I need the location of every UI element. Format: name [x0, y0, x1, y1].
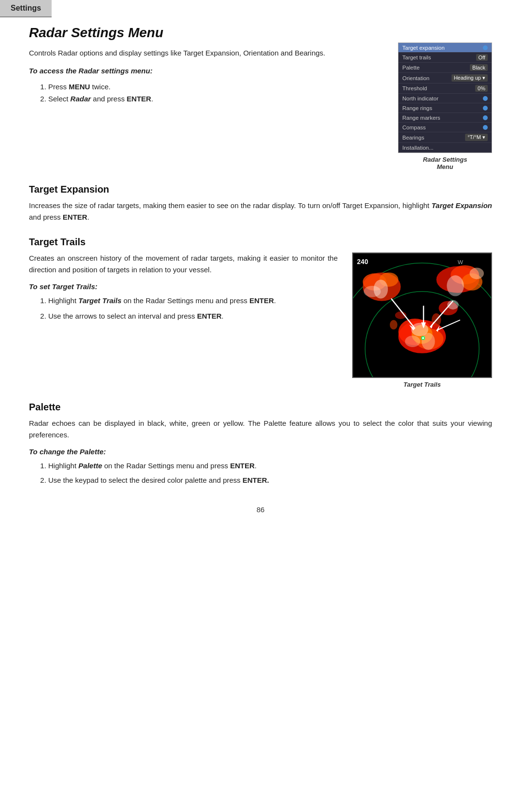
enter-bold-tt2: ENTER [197, 312, 221, 320]
svg-point-12 [469, 268, 484, 280]
menu-row-threshold: Threshold 0% [398, 84, 492, 94]
enter-bold: ENTER [127, 95, 151, 103]
intro-section: Controls Radar options and display setti… [29, 47, 492, 170]
svg-text:W: W [458, 259, 464, 266]
menu-row-target-expansion: Target expansion [398, 43, 492, 53]
radar-menu-screenshot: Target expansion Target trails Off Palet… [398, 42, 492, 170]
menu-row-target-trails: Target trails Off [398, 53, 492, 63]
access-step-2: Select Radar and press ENTER. [48, 93, 384, 105]
menu-row-installation: Installation... [398, 143, 492, 153]
radar-svg: 240 W [353, 253, 491, 377]
svg-point-7 [364, 286, 381, 297]
menu-row-bearings: Bearings °T/°M ▾ [398, 132, 492, 143]
radar-menu-image: Target expansion Target trails Off Palet… [398, 42, 492, 153]
radar-image-caption: Target Trails [352, 381, 492, 388]
radar-image: 240 W [352, 252, 492, 378]
menu-row-north: North indicator [398, 94, 492, 103]
radar-menu-caption: Radar Settings Menu [398, 156, 492, 170]
access-heading: To access the Radar settings menu: [29, 66, 384, 77]
menu-dot-range-markers [483, 115, 488, 120]
trails-steps-list: Highlight Target Trails on the Radar Set… [48, 294, 338, 322]
change-palette-heading: To change the Palette: [29, 448, 492, 456]
menu-bold: MENU [69, 83, 90, 91]
trails-left: Creates an onscreen history of the movem… [29, 252, 338, 388]
menu-row-range-markers: Range markers [398, 113, 492, 123]
palette-italic: Palette [79, 462, 102, 470]
radar-italic: Radar [70, 95, 91, 103]
palette-step-2: Use the keypad to select the desired col… [48, 474, 492, 487]
palette-steps-list: Highlight Palette on the Radar Settings … [48, 460, 492, 486]
menu-dot-expansion [483, 45, 488, 50]
svg-text:240: 240 [357, 258, 368, 266]
enter-bold-p2: ENTER. [243, 476, 269, 484]
menu-dot-north [483, 96, 488, 101]
menu-row-palette: Palette Black [398, 63, 492, 73]
intro-text: Controls Radar options and display setti… [29, 47, 384, 109]
target-expansion-body: Increases the size of radar targets, mak… [29, 200, 492, 223]
svg-point-20 [422, 333, 435, 350]
palette-step-1: Highlight Palette on the Radar Settings … [48, 460, 492, 472]
menu-dot-compass [483, 125, 488, 130]
set-trails-heading: To set Target Trails: [29, 282, 338, 291]
menu-row-range-rings: Range rings [398, 103, 492, 113]
trails-section: Creates an onscreen history of the movem… [29, 252, 492, 388]
menu-row-orientation: Orientation Heading up ▾ [398, 73, 492, 84]
trails-step-2: Use the arrows to select an interval and… [48, 310, 338, 322]
enter-bold-te: ENTER [63, 213, 87, 221]
page-title: Radar Settings Menu [29, 25, 492, 41]
trails-body: Creates an onscreen history of the movem… [29, 252, 338, 276]
access-step-1: Press MENU twice. [48, 81, 384, 93]
target-expansion-italic: Target Expansion [431, 201, 492, 210]
svg-point-21 [405, 336, 421, 347]
target-trails-heading: Target Trails [29, 237, 492, 248]
menu-dot-range-rings [483, 106, 488, 111]
settings-tab: Settings [0, 0, 52, 17]
palette-heading: Palette [29, 402, 492, 413]
enter-bold-tt1: ENTER [249, 296, 274, 305]
intro-paragraph: Controls Radar options and display setti… [29, 47, 384, 59]
svg-point-24 [390, 320, 398, 330]
trails-step-1: Highlight Target Trails on the Radar Set… [48, 294, 338, 307]
svg-point-11 [447, 275, 464, 296]
palette-body: Radar echoes can be displayed in black, … [29, 418, 492, 441]
access-steps-list: Press MENU twice. Select Radar and press… [48, 81, 384, 105]
menu-row-compass: Compass [398, 123, 492, 132]
page-number: 86 [29, 505, 492, 514]
target-trails-italic: Target Trails [79, 296, 122, 305]
svg-point-36 [422, 337, 424, 339]
enter-bold-p1: ENTER [230, 462, 255, 470]
trails-right: 240 W Target Trails [352, 252, 492, 388]
target-expansion-heading: Target Expansion [29, 184, 492, 195]
